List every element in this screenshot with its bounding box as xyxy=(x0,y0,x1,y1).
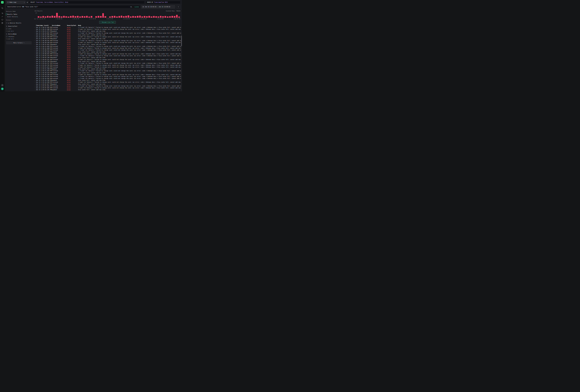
histogram-bar[interactable] xyxy=(49,16,51,18)
select-columns-input[interactable]: SELECT Timestamp, ServiceName, SeverityT… xyxy=(29,1,145,4)
scrollbar-thumb[interactable] xyxy=(181,36,182,46)
histogram-bar[interactable] xyxy=(158,16,159,18)
table-row[interactable]: › Jun 11 1:55:07.841 PM frontend error ×… xyxy=(33,85,181,87)
histogram-bar[interactable] xyxy=(51,16,53,18)
histogram-bar[interactable] xyxy=(144,16,145,18)
table-row[interactable]: › Jun 11 1:55:39.324 PM payment error Vi… xyxy=(33,72,181,74)
histogram-bar[interactable] xyxy=(114,16,115,18)
filter-option-checkout[interactable]: checkout xyxy=(6,35,32,38)
app-logo[interactable]: ⚡ xyxy=(0,0,5,5)
table-row[interactable]: › Jun 11 1:55:39.330 PM frontend error {… xyxy=(33,74,181,76)
table-row[interactable]: › Jun 11 1:56:08.955 PM frontend error {… xyxy=(33,53,181,55)
load-more-servicename[interactable]: ∨ Load more xyxy=(6,38,32,39)
histogram-bar[interactable] xyxy=(91,16,92,18)
mode-results-table[interactable]: Results Table xyxy=(6,13,32,15)
denoise-checkbox[interactable] xyxy=(6,22,7,24)
nav-sessions-icon[interactable] xyxy=(0,18,5,21)
table-row[interactable]: › Jun 11 1:56:43.001 PM frontend error ×… xyxy=(33,32,181,34)
histogram-bar[interactable] xyxy=(164,16,166,18)
filter-option-info[interactable]: info xyxy=(6,28,32,30)
histogram-bar[interactable] xyxy=(56,13,58,18)
histogram-bar[interactable] xyxy=(45,16,46,18)
histogram-bar[interactable] xyxy=(42,16,44,18)
histogram-bar[interactable] xyxy=(40,16,42,18)
nav-pages-icon[interactable] xyxy=(0,6,5,10)
histogram-bar[interactable] xyxy=(153,16,155,18)
table-row[interactable]: › Jun 11 1:55:39.331 PM frontend error ×… xyxy=(33,76,181,77)
histogram-bar[interactable] xyxy=(109,16,111,18)
histogram-bar[interactable] xyxy=(79,16,81,18)
order-by-input[interactable]: ORDER BY TimestampTime DESC xyxy=(146,1,180,4)
histogram-bar[interactable] xyxy=(160,16,161,18)
histogram-bar[interactable] xyxy=(100,16,102,18)
table-row[interactable]: › Jun 11 1:56:38.540 PM frontend error {… xyxy=(33,41,181,43)
table-row[interactable]: › Jun 11 1:55:51.448 PM payment error Vi… xyxy=(33,68,181,70)
time-range-picker[interactable]: Jun 11 13:41:52 - Jun 11 13:56:52 xyxy=(141,5,175,8)
nav-dashboards-icon[interactable] xyxy=(0,21,5,25)
source-selector[interactable]: Demo Logs ▲▼ xyxy=(6,1,25,4)
column-resize-handle-icon[interactable]: ⋮ xyxy=(179,25,181,26)
column-resize-handle-icon[interactable]: ⋮ xyxy=(65,25,66,26)
histogram-bar[interactable] xyxy=(142,16,143,18)
column-resize-handle-icon[interactable]: ⋮ xyxy=(49,25,51,26)
nav-log-search-icon[interactable] xyxy=(0,11,5,15)
col-timestamp[interactable]: Timestamp (Local) ⋮ xyxy=(36,25,52,26)
histogram-bar[interactable] xyxy=(98,16,99,18)
table-row[interactable]: › Jun 11 1:56:03.254 PM frontend error ×… xyxy=(33,55,181,57)
histogram-bar[interactable] xyxy=(61,16,62,18)
histogram-bar[interactable] xyxy=(84,16,86,18)
table-row[interactable]: › Jun 11 1:56:42.995 PM payment error Vi… xyxy=(33,34,181,36)
table-row[interactable]: › Jun 11 1:55:51.452 PM frontend error {… xyxy=(33,66,181,68)
table-row[interactable]: › Jun 11 1:55:59.765 PM frontend error {… xyxy=(33,64,181,66)
histogram-bar[interactable] xyxy=(82,16,83,18)
table-row[interactable]: › Jun 11 1:56:03.248 PM payment error Vi… xyxy=(33,57,181,59)
histogram-bar[interactable] xyxy=(135,16,136,18)
checkout-checkbox[interactable] xyxy=(6,36,7,37)
histogram-bar[interactable] xyxy=(77,16,79,18)
table-row[interactable]: › Jun 11 1:56:51.980 PM frontend error {… xyxy=(33,28,181,30)
table-row[interactable]: › Jun 11 1:56:38.542 PM frontend error ×… xyxy=(33,40,181,41)
histogram-bar[interactable] xyxy=(162,16,164,18)
histogram-bar[interactable] xyxy=(95,16,97,18)
histogram-bar[interactable] xyxy=(47,16,49,18)
table-row[interactable]: › Jun 11 1:56:03.252 PM frontend error {… xyxy=(33,59,181,60)
col-servicename[interactable]: ServiceName ⋮ xyxy=(52,25,67,26)
language-sql-option[interactable]: SQL xyxy=(130,6,132,7)
histogram-bar[interactable] xyxy=(174,16,175,18)
histogram-bar[interactable] xyxy=(121,16,122,18)
table-row[interactable]: › Jun 11 1:56:51.975 PM payment error Vi… xyxy=(33,30,181,32)
histogram-bar[interactable] xyxy=(119,16,120,18)
histogram-bar[interactable] xyxy=(102,13,104,18)
histogram-bar[interactable] xyxy=(176,15,178,18)
table-row[interactable]: › Jun 11 1:56:32.849 PM frontend error ×… xyxy=(33,45,181,47)
vertical-scrollbar[interactable] xyxy=(181,32,182,91)
run-query-button[interactable] xyxy=(176,5,180,8)
help-button[interactable]: ? xyxy=(1,84,3,87)
table-row[interactable]: › Jun 11 1:56:32.848 PM frontend error {… xyxy=(33,47,181,49)
histogram-bar[interactable] xyxy=(88,16,90,18)
histogram-bar[interactable] xyxy=(178,16,180,18)
table-row[interactable]: › Jun 11 1:56:32.843 PM payment error Vi… xyxy=(33,43,181,45)
col-severitytext[interactable]: SeverityText xyxy=(67,25,78,26)
histogram-bar[interactable] xyxy=(146,16,148,18)
language-lucene-option[interactable]: Lucene xyxy=(135,6,139,7)
table-row[interactable]: › Jun 11 1:55:16.296 PM payment error Vi… xyxy=(33,79,181,81)
table-row[interactable]: › Jun 11 1:55:59.767 PM frontend error ×… xyxy=(33,62,181,64)
histogram-bar[interactable] xyxy=(148,16,150,18)
gear-icon[interactable]: ⚙ xyxy=(26,1,28,3)
histogram-bar[interactable] xyxy=(63,16,65,18)
histogram-bar[interactable] xyxy=(155,16,157,18)
table-row[interactable]: › Jun 11 1:55:07.835 PM frontend error {… xyxy=(33,87,181,89)
table-row[interactable]: › Jun 11 1:55:59.760 PM payment error Vi… xyxy=(33,60,181,62)
histogram-bar[interactable] xyxy=(139,16,141,18)
table-row[interactable]: › Jun 11 1:56:38.534 PM payment error Vi… xyxy=(33,38,181,40)
histogram-bar[interactable] xyxy=(70,16,72,18)
histogram-bar[interactable] xyxy=(123,16,125,18)
histogram-bar[interactable] xyxy=(112,16,113,18)
resume-live-tail-button[interactable]: ⚡ Resume Live Tail xyxy=(99,21,116,23)
histogram-bar[interactable] xyxy=(151,16,152,18)
histogram-bar[interactable] xyxy=(116,16,118,18)
histogram-bar[interactable] xyxy=(169,16,171,18)
histogram-bar[interactable] xyxy=(167,16,168,18)
histogram-bar[interactable] xyxy=(128,15,129,18)
